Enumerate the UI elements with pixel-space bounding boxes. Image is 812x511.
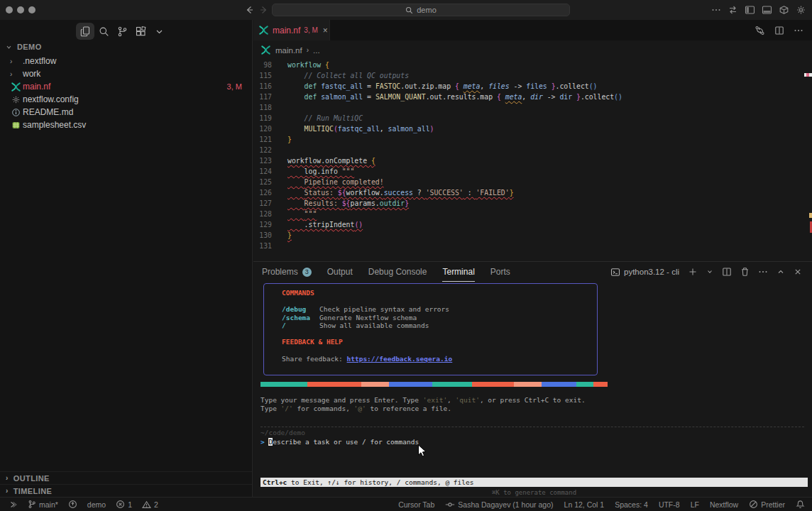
panel-trash-icon[interactable] bbox=[740, 267, 750, 277]
search-icon bbox=[405, 6, 413, 14]
breadcrumb[interactable]: main.nf › ... bbox=[253, 40, 812, 60]
status-item[interactable] bbox=[9, 500, 18, 509]
panel-ellipsis-icon[interactable] bbox=[758, 267, 768, 277]
status-item-utf-8[interactable]: UTF-8 bbox=[659, 500, 680, 509]
layout-panel-icon[interactable] bbox=[762, 5, 772, 15]
code-token: def bbox=[304, 82, 322, 90]
help-text-part: , or press Ctrl+C to exit. bbox=[480, 396, 586, 404]
status-item-lf[interactable]: LF bbox=[691, 500, 699, 509]
code-token: files bbox=[526, 82, 547, 90]
terminal-prompt[interactable]: > Describe a task or use / for commands bbox=[260, 437, 419, 446]
panel-split-icon[interactable] bbox=[722, 267, 732, 277]
file-row-.nextflow[interactable]: ›.nextflow bbox=[0, 55, 252, 67]
line-number: 118 bbox=[253, 104, 272, 111]
code-line-98: 98workflow { bbox=[253, 60, 812, 70]
code-token: } bbox=[547, 82, 556, 90]
code-line-130: 130} bbox=[253, 230, 812, 241]
status-item-main-[interactable]: main* bbox=[28, 500, 58, 509]
command-center-search[interactable]: demo bbox=[272, 4, 570, 16]
code-token: FASTQC bbox=[375, 82, 400, 90]
feedback-label: Share feedback: bbox=[282, 355, 347, 363]
compare-changes-icon[interactable] bbox=[755, 26, 765, 35]
swap-arrows-icon[interactable] bbox=[728, 5, 738, 15]
line-number: 125 bbox=[253, 178, 272, 186]
file-row-samplesheet.csv[interactable]: samplesheet.csv bbox=[0, 119, 252, 131]
activity-search-icon[interactable] bbox=[94, 23, 113, 40]
status-item-2[interactable]: 2 bbox=[142, 500, 158, 509]
activity-chevron-down-icon[interactable] bbox=[150, 23, 168, 40]
panel-chevron-up-sm-icon[interactable] bbox=[777, 268, 785, 276]
gear-file-file-icon bbox=[10, 95, 21, 104]
code-token: fastqc_all bbox=[321, 82, 363, 90]
status-item-cursor-tab[interactable]: Cursor Tab bbox=[398, 500, 434, 509]
traffic-zoom-button[interactable] bbox=[28, 6, 35, 13]
terminal[interactable]: COMMANDS /debugCheck pipeline syntax and… bbox=[253, 282, 812, 498]
activity-extensions-icon[interactable] bbox=[131, 23, 150, 40]
layout-sidebar-icon[interactable] bbox=[745, 5, 755, 15]
mouse-cursor bbox=[417, 444, 427, 458]
code-token bbox=[287, 125, 304, 133]
explorer-section-header[interactable]: DEMO bbox=[6, 43, 42, 51]
gear-icon[interactable] bbox=[796, 5, 806, 15]
panel-plus-icon[interactable] bbox=[688, 267, 698, 277]
panel-chevron-down-sm-icon[interactable] bbox=[706, 268, 713, 275]
breadcrumb-file[interactable]: main.nf bbox=[275, 46, 302, 55]
generate-command-hint: ⌘K to generate command bbox=[260, 489, 808, 496]
traffic-close-button[interactable] bbox=[6, 6, 13, 13]
status-item-1[interactable]: 1 bbox=[116, 500, 132, 509]
terminal-command-row: /Show all available commands bbox=[282, 322, 597, 330]
status-item-prettier[interactable]: Prettier bbox=[749, 500, 785, 509]
file-list: ›.nextflow›workmain.nf3, Mnextflow.confi… bbox=[0, 55, 252, 131]
panel-tab-terminal[interactable]: Terminal bbox=[442, 262, 474, 282]
problems-count-badge: 3 bbox=[302, 268, 312, 277]
code-token: """ bbox=[304, 210, 317, 218]
split-editor-icon[interactable] bbox=[774, 26, 784, 35]
tab-main-nf[interactable]: main.nf 3, M × bbox=[253, 20, 330, 40]
traffic-minimize-button[interactable] bbox=[17, 6, 24, 13]
more-actions-icon[interactable] bbox=[794, 26, 803, 35]
terminal-help-line-1: Type your message and press Enter. Type … bbox=[260, 396, 586, 405]
line-number: 126 bbox=[253, 189, 272, 197]
status-item-spaces-4[interactable]: Spaces: 4 bbox=[615, 500, 648, 509]
shell-selector[interactable]: python3.12 - cli bbox=[610, 268, 679, 277]
tab-close-icon[interactable]: × bbox=[323, 26, 328, 35]
panel-tab-ports[interactable]: Ports bbox=[490, 262, 510, 282]
activity-source-control-icon[interactable] bbox=[113, 23, 131, 40]
file-row-README.md[interactable]: README.md bbox=[0, 106, 252, 119]
panel-tab-output[interactable]: Output bbox=[327, 262, 353, 282]
code-token: } bbox=[510, 189, 514, 197]
forward-arrow-icon[interactable] bbox=[258, 4, 270, 16]
status-item-ln-12-col-1[interactable]: Ln 12, Col 1 bbox=[564, 500, 605, 509]
help-text-part: , bbox=[447, 396, 455, 404]
file-row-main.nf[interactable]: main.nf3, M bbox=[0, 80, 252, 93]
panel-close-sm-icon[interactable] bbox=[794, 268, 802, 276]
sidebar-section-timeline[interactable]: ›TIMELINE bbox=[0, 484, 252, 497]
file-row-nextflow.config[interactable]: nextflow.config bbox=[0, 93, 252, 106]
gradient-segment bbox=[432, 382, 472, 387]
code-line-118: 118 bbox=[253, 102, 812, 113]
panel-tab-problems[interactable]: Problems3 bbox=[262, 262, 312, 282]
gradient-segment bbox=[389, 382, 432, 387]
panel-tab-debug-console[interactable]: Debug Console bbox=[368, 262, 427, 282]
breadcrumb-symbol[interactable]: ... bbox=[313, 46, 320, 55]
file-row-work[interactable]: ›work bbox=[0, 67, 252, 80]
terminal-cwd: ~/code/demo bbox=[260, 429, 305, 437]
status-item-nextflow[interactable]: Nextflow bbox=[710, 500, 738, 509]
back-arrow-icon[interactable] bbox=[243, 4, 255, 16]
line-number: 120 bbox=[253, 125, 272, 133]
ellipsis-icon[interactable] bbox=[711, 5, 721, 15]
status-item-demo[interactable]: demo bbox=[87, 500, 106, 509]
gradient-segment bbox=[260, 382, 307, 387]
cube-icon[interactable] bbox=[779, 5, 789, 15]
feedback-link[interactable]: https://feedback.seqera.io bbox=[347, 355, 453, 363]
activity-files-icon[interactable] bbox=[76, 23, 94, 40]
status-item[interactable] bbox=[796, 500, 805, 509]
sidebar-section-outline[interactable]: ›OUTLINE bbox=[0, 471, 252, 484]
code-line-126: 126 Status: ${workflow.success ? 'SUCCES… bbox=[253, 187, 812, 198]
code-editor[interactable]: 98workflow {115 // Collect all QC output… bbox=[253, 60, 812, 261]
help-text-part: 'exit' bbox=[423, 396, 447, 404]
status-item[interactable] bbox=[68, 500, 77, 509]
code-token bbox=[287, 189, 304, 197]
status-item-sasha-dagayev-1-hour-ago-[interactable]: Sasha Dagayev (1 hour ago) bbox=[445, 500, 553, 509]
line-number: 123 bbox=[253, 157, 272, 165]
